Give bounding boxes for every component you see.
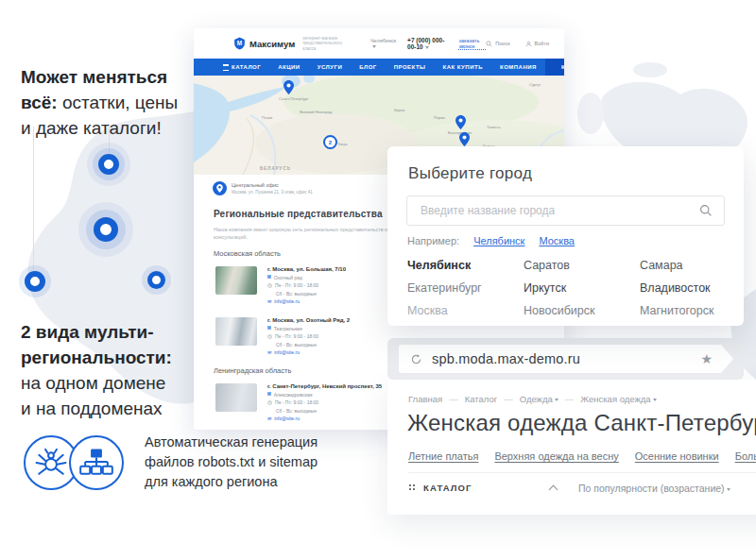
map-cluster-badge[interactable]: 2 xyxy=(323,135,337,149)
caret-down-icon xyxy=(653,399,657,401)
headline-line: Может меняться xyxy=(21,67,167,87)
modal-title: Выберите город xyxy=(408,164,744,183)
clock-icon xyxy=(267,400,272,405)
tag-link[interactable]: Летние платья xyxy=(408,450,478,462)
city-option[interactable]: Екатеринбург xyxy=(407,281,524,295)
tag-link[interactable]: Осенние новинки xyxy=(635,450,719,462)
pin-icon xyxy=(213,181,227,195)
office-hours: Пн - Пт: 9:00 - 18:00 xyxy=(275,282,318,288)
caret-down-icon xyxy=(425,46,429,49)
headline-line: 2 вида мульти- xyxy=(21,322,154,342)
city-option[interactable]: Саратов xyxy=(524,259,640,272)
page: Может меняться всё: остатки, цены и даже… xyxy=(0,0,756,560)
office-email[interactable]: info@site.ru xyxy=(274,416,300,421)
office-photo xyxy=(215,383,257,412)
map-pin-icon[interactable] xyxy=(284,80,294,94)
svg-text:М: М xyxy=(237,40,242,46)
sitemap-icon xyxy=(69,435,124,490)
city-option[interactable]: Челябинск xyxy=(407,259,524,272)
tag-links: Летние платья Верхняя одежда на весну Ос… xyxy=(408,450,756,462)
sort-dropdown[interactable]: По популярности (возрастание) xyxy=(578,483,730,494)
office-hours: Пн - Пт: 9:00 - 18:00 xyxy=(275,333,318,339)
city-examples: Например: Челябинск Москва xyxy=(407,235,744,246)
logo-shield-icon: М xyxy=(233,37,246,50)
example-city-link[interactable]: Челябинск xyxy=(473,235,524,246)
chevron-up-icon[interactable] xyxy=(549,485,558,495)
headline-line: региональности: xyxy=(21,348,172,367)
map-city-label: Киров xyxy=(394,108,404,112)
mail-icon: ✉ xyxy=(267,298,271,304)
map-city-label: Псков xyxy=(262,115,272,120)
tagline-line: представительского класса xyxy=(302,41,342,51)
site-nav: КАТАЛОГ АКЦИИ УСЛУГИ БЛОГ ПРОЕКТЫ КАК КУ… xyxy=(194,59,564,76)
city-option[interactable]: Самара xyxy=(640,259,744,272)
breadcrumb-separator: — xyxy=(449,394,458,404)
city-option[interactable]: Иркутск xyxy=(524,281,640,295)
header-search[interactable]: Поиск xyxy=(486,41,509,47)
nav-item-services[interactable]: УСЛУГИ xyxy=(309,59,352,76)
metro-icon: М xyxy=(267,275,271,280)
city-option[interactable]: Москва xyxy=(407,304,524,317)
hamburger-icon xyxy=(223,64,229,71)
city-option[interactable]: Магнитогорск xyxy=(640,304,744,317)
bookmark-star-icon[interactable]: ★ xyxy=(700,352,713,365)
nav-item-projects[interactable]: ПРОЕКТЫ xyxy=(386,59,435,76)
catalog-toolbar: КАТАЛОГ По популярности (возрастание) xyxy=(408,482,756,495)
header-phone[interactable]: +7 (000) 000-00-10 xyxy=(407,37,449,50)
tag-link[interactable]: Верхняя одежда на весну xyxy=(494,450,618,462)
tag-link[interactable]: Большие размеры xyxy=(735,450,756,462)
callback-link[interactable]: заказать звонок xyxy=(458,38,486,50)
site-logo[interactable]: М Максимум xyxy=(233,37,295,50)
headline-mutability: Может меняться всё: остатки, цены и даже… xyxy=(21,64,178,141)
breadcrumb-link[interactable]: Каталог xyxy=(465,394,498,404)
map-city-label: Пермь xyxy=(434,115,445,120)
office-email[interactable]: info@site.ru xyxy=(274,298,300,304)
example-city-link[interactable]: Москва xyxy=(539,235,575,246)
breadcrumb-link[interactable]: Одежда xyxy=(520,394,558,404)
address-bar[interactable]: spb.moda.max-demo.ru ★ xyxy=(399,345,733,373)
nav-item-how-to-buy[interactable]: КАК КУПИТЬ xyxy=(434,59,490,76)
metro-icon: М xyxy=(267,326,271,331)
nav-item-catalog[interactable]: КАТАЛОГ xyxy=(215,59,269,76)
map-city-label: Сургут xyxy=(529,82,541,87)
search-icon[interactable] xyxy=(699,204,713,217)
breadcrumb-link[interactable]: Женская одежда xyxy=(580,394,656,404)
city-option[interactable]: Владивосток xyxy=(640,281,744,295)
office-hours: Сб - Вс: выходные xyxy=(276,342,350,348)
city-search-input[interactable] xyxy=(419,203,699,218)
catalog-label[interactable]: КАТАЛОГ xyxy=(423,483,472,493)
robots-feature-text: Автоматическая генерация файлов robots.t… xyxy=(145,433,318,492)
feature-text-line: Автоматическая генерация xyxy=(145,433,318,452)
breadcrumb: Главная — Каталог — Одежда — Женская оде… xyxy=(408,394,756,404)
headline-line: и на поддоменах xyxy=(21,396,172,421)
choose-city-modal: Выберите город Например: Челябинск Москв… xyxy=(387,146,744,326)
central-office-contact: Центральный офис Москва, ул. Пушкина 21,… xyxy=(213,181,313,195)
headline-multiregion: 2 вида мульти- региональности: на одном … xyxy=(21,319,172,421)
breadcrumb-separator: — xyxy=(565,394,575,404)
mail-icon: ✉ xyxy=(267,416,271,421)
clock-icon xyxy=(267,334,272,339)
refresh-icon[interactable] xyxy=(410,353,422,365)
catalog-page: Главная — Каталог — Одежда — Женская оде… xyxy=(387,380,756,515)
region-ring-marker xyxy=(94,217,118,242)
office-hours: Сб - Вс: выходные xyxy=(276,408,382,414)
city-search-box[interactable] xyxy=(406,195,725,226)
nav-item-company[interactable]: КОМПАНИЯ xyxy=(491,59,545,76)
map-pin-icon[interactable] xyxy=(455,115,466,129)
site-tagline: интернет-магазин представительского клас… xyxy=(302,36,342,52)
grid-view-icon[interactable] xyxy=(408,484,417,492)
city-selector[interactable]: Челябинск xyxy=(370,38,396,49)
browser-url-strip: spb.moda.max-demo.ru ★ xyxy=(387,338,744,380)
region-ring-marker xyxy=(98,154,119,175)
office-email[interactable]: info@site.ru xyxy=(274,349,300,355)
nav-item-promos[interactable]: АКЦИИ xyxy=(269,59,309,76)
nav-item-blog[interactable]: БЛОГ xyxy=(351,59,385,76)
feature-text-line: для каждого региона xyxy=(145,472,318,492)
city-option[interactable]: Новосибирск xyxy=(524,304,640,317)
map-pin-icon[interactable] xyxy=(459,132,470,146)
url-text: spb.moda.max-demo.ru xyxy=(432,351,580,366)
office-photo xyxy=(215,266,257,295)
nav-item-contacts[interactable]: КОНТАКТЫ xyxy=(545,59,564,76)
login-button[interactable]: Войти xyxy=(525,41,549,47)
breadcrumb-link[interactable]: Главная xyxy=(408,394,442,404)
